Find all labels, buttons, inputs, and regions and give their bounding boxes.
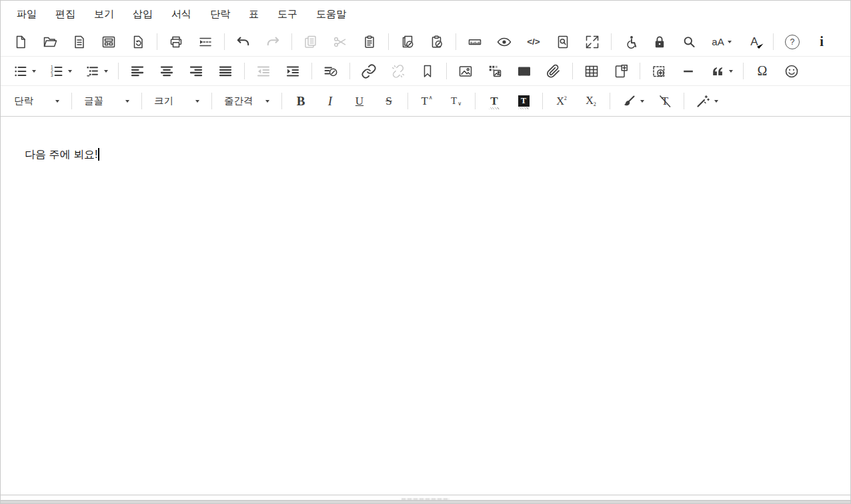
line-height-select[interactable]: 줄간격 (217, 89, 276, 113)
chevron-down-icon (55, 100, 59, 103)
numbered-list-button[interactable]: 1 2 3 (43, 59, 77, 84)
clear-formatting-button[interactable]: T (651, 89, 679, 114)
insert-placeholder-button[interactable] (645, 59, 673, 84)
editor-content-area[interactable]: 다음 주에 뵈요! (1, 117, 850, 495)
bold-button[interactable]: B (287, 89, 315, 114)
table-icon (584, 63, 600, 79)
menu-item-table[interactable]: 표 (239, 2, 268, 27)
subscript-button[interactable]: X2 (577, 89, 605, 114)
chevron-down-icon (640, 100, 644, 103)
separator (611, 33, 612, 50)
smiley-icon (784, 63, 800, 79)
separator (572, 63, 573, 79)
source-code-button[interactable]: </> (520, 29, 548, 55)
bullet-list-icon (13, 63, 29, 79)
increase-font-size-button[interactable]: T∧ (413, 89, 441, 114)
case-change-button[interactable]: aA (704, 29, 739, 55)
emoticons-button[interactable] (778, 59, 806, 84)
decrease-font-size-button[interactable]: T∨ (442, 89, 470, 114)
align-justify-button[interactable] (211, 59, 239, 84)
menu-item-file[interactable]: 파일 (7, 2, 46, 27)
eye-icon (496, 34, 512, 50)
separator (224, 33, 225, 50)
superscript-button[interactable]: X2 (548, 89, 576, 114)
new-document-icon (13, 34, 29, 50)
menu-item-view[interactable]: 보기 (85, 2, 123, 27)
align-left-button[interactable] (123, 59, 151, 84)
special-character-button[interactable]: Ω (748, 59, 776, 84)
lock-icon (652, 34, 668, 50)
add-page-button[interactable] (607, 59, 635, 84)
font-size-select-label: 크기 (154, 95, 173, 107)
menu-item-paragraph[interactable]: 단락 (201, 2, 239, 27)
text-color-button[interactable]: T (480, 89, 508, 114)
italic-button[interactable]: I (316, 89, 344, 114)
open-file-button[interactable] (36, 29, 64, 55)
info-button[interactable]: i (808, 29, 836, 55)
menu-item-format[interactable]: 서식 (162, 2, 201, 27)
rich-text-editor: 파일 편집 보기 삽입 서식 단락 표 도구 도움말 (0, 0, 851, 504)
search-button[interactable] (675, 29, 703, 55)
font-select[interactable]: 글꼴 (77, 89, 136, 113)
horizontal-rule-button[interactable] (674, 59, 702, 84)
menu-item-insert[interactable]: 삽입 (123, 2, 162, 27)
align-center-button[interactable] (153, 59, 181, 84)
paste-button[interactable] (355, 29, 383, 55)
restore-draft-button[interactable] (124, 29, 152, 55)
lock-button[interactable] (646, 29, 674, 55)
toolbar-row-3: 단락 글꼴 크기 줄간격 B I U S (1, 86, 850, 117)
page-break-button[interactable] (191, 29, 219, 55)
indent-button[interactable] (279, 59, 307, 84)
content-text: 다음 주에 뵈요! (25, 149, 97, 160)
undo-button[interactable] (229, 29, 257, 55)
separator (640, 63, 640, 79)
ruler-icon (467, 34, 483, 50)
separator (743, 63, 744, 79)
print-button[interactable] (162, 29, 190, 55)
format-painter-button[interactable] (615, 89, 650, 114)
accessibility-icon (622, 34, 638, 50)
underline-icon: U (355, 95, 363, 107)
permanent-pen-button[interactable] (317, 59, 345, 84)
document-properties-button[interactable] (65, 29, 93, 55)
new-document-button[interactable] (7, 29, 35, 55)
find-replace-button[interactable] (549, 29, 577, 55)
template-button[interactable] (95, 29, 123, 55)
paste-cleanup-button[interactable] (423, 29, 451, 55)
blockquote-button[interactable] (704, 59, 738, 84)
menu-item-help[interactable]: 도움말 (307, 2, 355, 27)
chevron-down-icon (104, 70, 108, 73)
fullscreen-button[interactable] (578, 29, 606, 55)
anchor-button[interactable] (413, 59, 442, 84)
accessibility-check-button[interactable] (616, 29, 644, 55)
help-button[interactable]: ? (778, 29, 806, 55)
separator (291, 33, 292, 50)
strikethrough-button[interactable]: S (375, 89, 403, 114)
insert-media-button[interactable] (510, 59, 538, 84)
insert-image-button[interactable] (452, 59, 480, 84)
font-size-select[interactable]: 크기 (147, 89, 206, 113)
edit-image-button[interactable] (481, 59, 509, 84)
separator (281, 93, 282, 109)
align-right-button[interactable] (182, 59, 210, 84)
magic-format-button[interactable] (689, 89, 724, 114)
insert-link-button[interactable] (355, 59, 383, 84)
menu-item-tools[interactable]: 도구 (268, 2, 307, 27)
menu-item-edit[interactable]: 편집 (46, 2, 85, 27)
spellcheck-button[interactable]: A (740, 29, 768, 55)
paragraph-text: 다음 주에 뵈요! (1, 117, 850, 162)
ruler-button[interactable] (461, 29, 489, 55)
print-icon (168, 34, 184, 50)
bullet-list-button[interactable] (7, 59, 41, 84)
multilevel-list-button[interactable] (79, 59, 113, 84)
attach-file-button[interactable] (540, 59, 568, 84)
insert-table-button[interactable] (578, 59, 606, 84)
svg-text:3: 3 (51, 73, 53, 77)
paragraph-select[interactable]: 단락 (7, 89, 66, 113)
document-cleanup-button[interactable] (393, 29, 421, 55)
preview-button[interactable] (490, 29, 518, 55)
background-color-button[interactable]: T (510, 89, 538, 114)
chevron-down-icon (265, 100, 269, 103)
underline-button[interactable]: U (345, 89, 373, 114)
horizontal-rule-icon (680, 63, 696, 79)
